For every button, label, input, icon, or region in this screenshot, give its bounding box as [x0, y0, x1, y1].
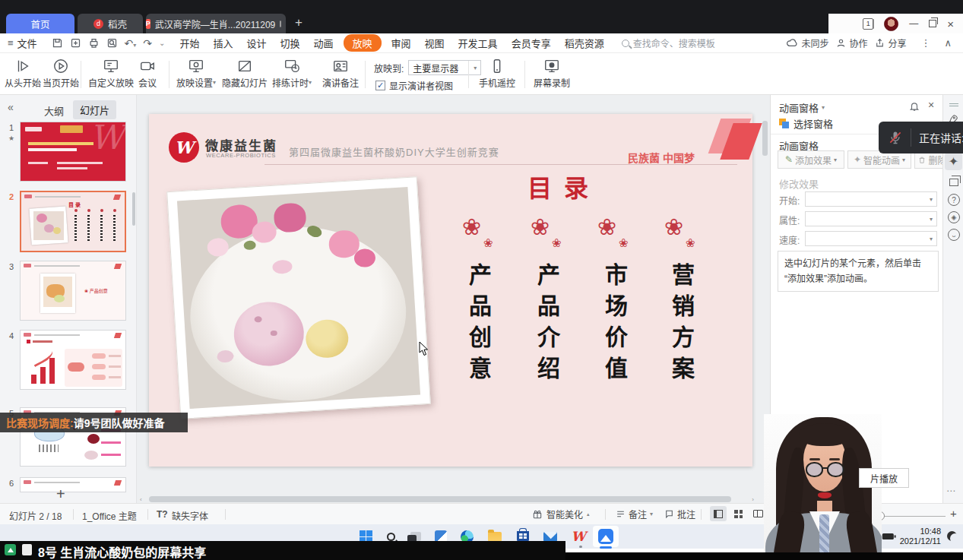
play-from-current-button[interactable]: 当页开始 — [43, 58, 79, 89]
glasses-left-lens — [806, 462, 823, 477]
wps-icon[interactable]: W — [569, 527, 588, 546]
panel-title-dropdown[interactable]: 动画窗格▾ — [779, 100, 825, 115]
select-pane-button[interactable]: 选择窗格 — [779, 116, 833, 131]
display-target-select[interactable]: 主要显示器▾ — [408, 60, 481, 75]
meeting-app-icon-active[interactable] — [593, 526, 619, 547]
theme-name[interactable]: 1_Office 主题 — [82, 509, 137, 522]
close-button[interactable]: × — [947, 17, 954, 30]
command-search[interactable]: 查找命令、搜索模板 — [622, 36, 715, 49]
toc-item[interactable]: 市场价值 — [597, 263, 631, 392]
sync-status[interactable]: 未同步 — [787, 36, 828, 49]
sidebar-scrollbar[interactable] — [132, 192, 135, 226]
phone-remote-button[interactable]: 手机遥控 — [479, 58, 515, 89]
show-settings-button[interactable]: 放映设置▾ — [176, 58, 216, 89]
export-icon[interactable] — [70, 37, 81, 49]
speed-select[interactable]: ▾ — [805, 231, 937, 246]
presenter-view-checkbox[interactable]: ✓ 显示演讲者视图 — [375, 79, 453, 92]
print-preview-icon[interactable] — [106, 37, 118, 49]
avatar[interactable] — [884, 17, 898, 31]
add-slide-button[interactable]: + — [56, 486, 65, 503]
save-icon[interactable] — [52, 37, 63, 49]
clock[interactable]: 10:48 2021/12/11 — [898, 527, 941, 546]
slide-thumbnail-3[interactable]: ❀ 产品创意 — [20, 261, 126, 321]
slide-thumbnail-4[interactable] — [20, 330, 126, 390]
rehearse-button[interactable]: 排练计时▾ — [272, 58, 312, 89]
custom-show-button[interactable]: 自定义放映 — [88, 58, 134, 89]
pages-badge-icon[interactable]: 1 — [863, 18, 873, 30]
menu-animation[interactable]: 动画 — [307, 36, 341, 50]
toc-item[interactable]: 产品创意 — [461, 263, 495, 392]
restore-button[interactable] — [929, 20, 936, 27]
menu-transition[interactable]: 切换 — [274, 36, 307, 50]
hide-slide-button[interactable]: 隐藏幻灯片 — [222, 58, 268, 89]
menu-review[interactable]: 审阅 — [385, 36, 418, 50]
play-slide-button[interactable]: 片播放 — [859, 468, 909, 488]
minimize-button[interactable]: — — [909, 18, 918, 29]
collab-button[interactable]: 协作 — [836, 36, 867, 49]
more-menu-icon[interactable]: ⋮ — [914, 37, 937, 49]
tab-document[interactable]: P 武汉商学院—生肖...20211209 — [146, 14, 286, 33]
ribbon-collapse-icon[interactable]: ⌄ — [159, 39, 165, 47]
slide-thumbnail-6[interactable] — [20, 477, 126, 492]
file-menu[interactable]: ≡ 文件 — [0, 36, 44, 50]
help-icon[interactable]: ? — [948, 194, 960, 206]
play-from-start-button[interactable]: 从头开始 — [5, 58, 41, 89]
menu-design[interactable]: 设计 — [240, 36, 274, 50]
meeting-button[interactable]: 会议 — [138, 58, 157, 89]
menu-docer-res[interactable]: 稻壳资源 — [558, 36, 611, 50]
slide-thumbnail-2-selected[interactable]: 目 录 — [20, 191, 126, 252]
battery-icon[interactable] — [882, 532, 896, 541]
missing-font-label[interactable]: 缺失字体 — [172, 509, 208, 522]
print-icon[interactable] — [88, 37, 100, 49]
menu-devtools[interactable]: 开发工具 — [451, 36, 505, 50]
horizontal-scrollbar[interactable]: ‹ › — [138, 495, 765, 503]
menu-insert[interactable]: 插入 — [207, 36, 240, 50]
feedback-face-icon[interactable]: ᴗ — [948, 229, 960, 241]
share-button[interactable]: 分享 — [875, 36, 906, 49]
zoom-in-button[interactable]: + — [950, 507, 957, 520]
tab-slides-active[interactable]: 幻灯片 — [73, 100, 116, 119]
slide-sidebar: « 大纲 幻灯片 1 ★ W 2 目 录 — [0, 95, 137, 503]
smart-beautify-button[interactable]: 智能美化▴ — [532, 508, 590, 520]
close-pane-icon[interactable]: × — [928, 99, 934, 111]
notes-button[interactable]: 备注▾ — [616, 508, 653, 520]
slide-title[interactable]: 目录 — [527, 169, 600, 204]
dessert-photo[interactable] — [166, 176, 431, 419]
tab-outline[interactable]: 大纲 — [44, 103, 64, 118]
speed-label: 速度: — [779, 233, 800, 246]
undo-icon[interactable]: ↶▾ — [125, 37, 137, 49]
toc-item[interactable]: 营销方案 — [664, 263, 698, 392]
tab-home[interactable]: 首页 — [6, 14, 74, 33]
grid-view-button[interactable] — [730, 506, 746, 521]
speaker-notes-button[interactable]: 演讲备注 — [322, 58, 359, 89]
add-effect-button[interactable]: ✎ 添加效果▾ — [778, 150, 844, 169]
more-dots-icon[interactable]: ⋯ — [946, 486, 956, 496]
drag-handle-icon[interactable] — [947, 98, 960, 111]
menu-start[interactable]: 开始 — [173, 36, 206, 50]
menu-member[interactable]: 会员专享 — [505, 36, 558, 50]
moon-night-icon[interactable] — [947, 531, 957, 541]
smart-beautify-active-icon[interactable]: ✦ — [945, 153, 962, 170]
menu-view[interactable]: 视图 — [418, 36, 451, 50]
new-tab-button[interactable]: + — [295, 15, 303, 30]
tab-docer[interactable]: d 稻壳 — [78, 14, 143, 33]
person-icon — [836, 38, 846, 48]
mic-muted-icon — [888, 130, 903, 145]
comments-button[interactable]: 批注 — [664, 508, 695, 520]
screen-record-button[interactable]: 屏幕录制 — [534, 58, 570, 89]
slides-stack-icon[interactable] — [947, 176, 960, 188]
bell-icon[interactable] — [909, 101, 920, 112]
start-select[interactable]: ▾ — [805, 191, 937, 207]
sidebar-collapse-icon[interactable]: « — [8, 101, 14, 113]
slide-counter: 幻灯片 2 / 18 — [9, 509, 62, 522]
property-select[interactable]: ▾ — [805, 211, 937, 226]
normal-view-button[interactable] — [710, 506, 727, 521]
slide-editor-page[interactable]: W 微康益生菌 WECARE-PROBIOTICS 第四届微康益生菌杯酸奶DIY… — [149, 114, 752, 467]
toc-item[interactable]: 产品介绍 — [530, 263, 563, 392]
collapse-ribbon-icon[interactable]: ∧ — [937, 37, 958, 49]
menu-slideshow-active[interactable]: 放映 — [344, 34, 382, 52]
slide-thumbnail-1[interactable]: W — [20, 122, 126, 182]
compass-icon[interactable]: ◈ — [948, 211, 960, 223]
vertical-scrollbar[interactable] — [762, 121, 768, 156]
redo-icon[interactable]: ↷ — [143, 37, 152, 49]
